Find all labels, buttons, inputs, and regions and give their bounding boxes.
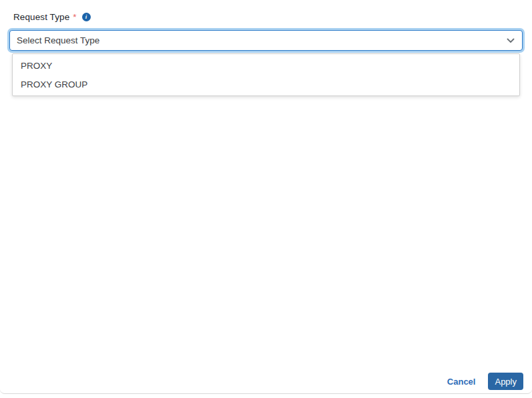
apply-button[interactable]: Apply [488,373,523,390]
request-type-label: Request Type [13,12,69,22]
request-type-label-row: Request Type * i [13,12,91,22]
cancel-button[interactable]: Cancel [447,377,476,387]
request-type-dropdown: PROXY PROXY GROUP [12,53,520,96]
info-icon[interactable]: i [82,13,91,21]
dropdown-option-proxy[interactable]: PROXY [13,56,519,75]
chevron-down-icon[interactable] [499,35,522,46]
request-type-select[interactable]: Select Request Type [9,30,523,51]
request-type-dialog: Request Type * i Select Request Type PRO… [0,0,532,394]
dialog-footer: Cancel Apply [447,373,523,390]
required-asterisk: * [73,12,76,22]
request-type-select-placeholder: Select Request Type [10,35,499,45]
dropdown-option-proxy-group[interactable]: PROXY GROUP [13,75,519,93]
